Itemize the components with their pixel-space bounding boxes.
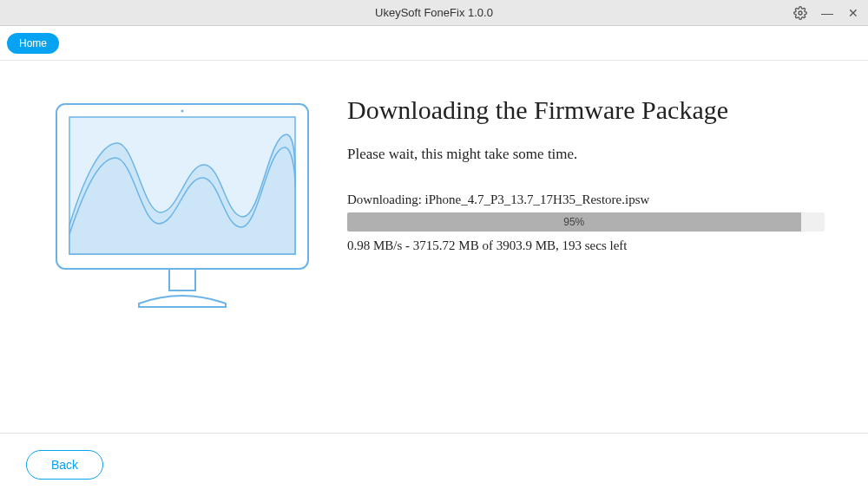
svg-point-3 [181, 110, 184, 113]
settings-icon[interactable] [793, 6, 809, 20]
footer: Back [0, 434, 868, 496]
topbar: Home [0, 26, 868, 61]
download-filename: Downloading: iPhone_4.7_P3_13.7_17H35_Re… [347, 193, 825, 207]
progress-fill: 95% [347, 212, 801, 232]
main-content: Downloading the Firmware Package Please … [0, 61, 868, 434]
back-button[interactable]: Back [26, 450, 103, 480]
page-heading: Downloading the Firmware Package [347, 95, 825, 125]
titlebar-controls: — ✕ [793, 6, 861, 20]
app-title: UkeySoft FoneFix 1.0.0 [375, 6, 493, 19]
page-subheading: Please wait, this might take some time. [347, 146, 825, 163]
svg-point-0 [799, 11, 802, 15]
progress-percent-label: 95% [563, 216, 584, 228]
progress-stats: 0.98 MB/s - 3715.72 MB of 3903.9 MB, 193… [347, 238, 825, 253]
download-panel: Downloading the Firmware Package Please … [330, 87, 833, 433]
titlebar: UkeySoft FoneFix 1.0.0 — ✕ [0, 0, 868, 26]
progress-bar: 95% [347, 212, 825, 232]
minimize-icon[interactable]: — [819, 6, 835, 20]
close-icon[interactable]: ✕ [845, 6, 861, 20]
home-button[interactable]: Home [7, 33, 59, 54]
monitor-illustration [35, 87, 330, 433]
